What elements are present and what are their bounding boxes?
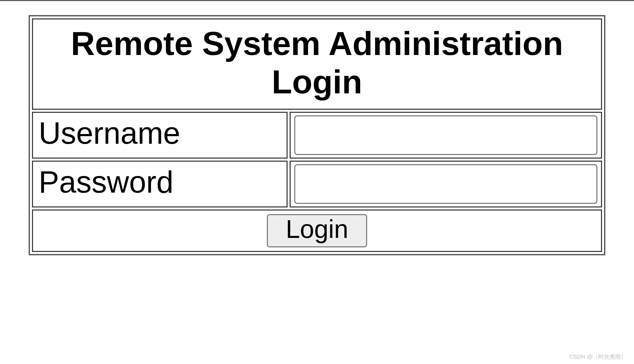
form-title: Remote System Administration Login	[32, 18, 602, 110]
login-form-container: Remote System Administration Login Usern…	[29, 15, 605, 255]
username-input[interactable]	[294, 115, 597, 155]
username-input-cell	[290, 112, 602, 159]
password-label: Password	[32, 161, 288, 207]
page-top-border	[0, 0, 634, 1]
submit-cell: Login	[32, 209, 602, 252]
login-button[interactable]: Login	[267, 214, 367, 247]
login-table: Remote System Administration Login Usern…	[30, 16, 604, 254]
username-label: Username	[32, 112, 288, 159]
watermark-text: CSDN @（时光煮雨）	[569, 353, 626, 361]
password-input-cell	[290, 161, 602, 207]
password-input[interactable]	[294, 164, 597, 204]
